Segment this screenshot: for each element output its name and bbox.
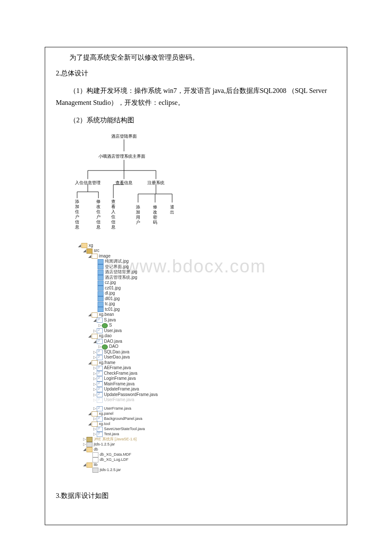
tree-item[interactable]: 纯黑调试.jpg	[77, 259, 347, 264]
tree-item[interactable]: 酒店管理系统.jpg	[77, 275, 347, 280]
tree-item[interactable]: ▷UserFrame.java	[77, 406, 347, 411]
tree-item[interactable]: ▷DAO	[77, 344, 347, 350]
image-icon	[98, 307, 104, 312]
tree-label: DAO.java	[104, 339, 122, 344]
tree-item[interactable]: ▷CheckFrame.java	[77, 371, 347, 376]
tree-item[interactable]: ▷UpdatePasswordFrame.java	[77, 392, 347, 398]
tree-item[interactable]: ◢S.java	[77, 318, 347, 323]
image-icon	[98, 264, 104, 269]
tree-label: db_XG_Data.MDF	[100, 452, 131, 457]
tree-label: jtds-1.2.5.jar	[100, 468, 121, 472]
diagram-leaf-view-checkin: 查看入住信息	[111, 199, 116, 230]
tree-pkg-dao[interactable]: ◢xg.dao	[77, 333, 347, 339]
tree-item[interactable]: db_XG_Data.MDF	[77, 452, 347, 457]
diagram-leaf-edit-resident: 修改住户信息	[96, 199, 101, 230]
tree-label: dl.jpg	[105, 291, 115, 296]
tree-item[interactable]: ▷Test.java	[77, 432, 347, 437]
tree-label: cz.jpg	[105, 280, 116, 286]
tree-item[interactable]: jtds-1.2.5.jar	[77, 468, 347, 473]
image-icon	[98, 286, 104, 291]
tree-item[interactable]: dl.jpg	[77, 291, 347, 296]
java-file-icon	[97, 382, 103, 387]
tree-item[interactable]: tc.jpg	[77, 301, 347, 307]
java-file-icon	[97, 328, 103, 333]
tree-item[interactable]: dl01.jpg	[77, 296, 347, 302]
java-file-icon	[97, 432, 103, 437]
image-icon	[98, 291, 104, 296]
tree-item[interactable]: ▷MainFrame.java	[77, 382, 347, 387]
tree-item[interactable]: tc01.jpg	[77, 307, 347, 312]
tree-item[interactable]: 酒店登陆背景.jpg	[77, 269, 347, 275]
package-icon	[92, 312, 98, 318]
tree-label: 登记界面.jpg	[105, 264, 129, 270]
tree-jre[interactable]: ▷JRE 系统库 [JavaSE-1.6]	[77, 437, 347, 442]
tree-item[interactable]: 登记界面.jpg	[77, 264, 347, 270]
diagram-branch-view: 查看信息	[115, 180, 133, 186]
tree-label: S	[109, 323, 112, 328]
java-file-icon	[97, 318, 103, 323]
tree-pkg-bean[interactable]: ◢xg.bean	[77, 312, 347, 318]
jar-icon	[92, 468, 98, 473]
tree-label: db_XG_Log.LDF	[100, 457, 129, 462]
image-icon	[98, 259, 104, 264]
tree-pkg-tool[interactable]: ◢xg.tool	[77, 422, 347, 427]
tree-label: xg.tool	[99, 422, 110, 426]
tree-item[interactable]: ▷BackgroundPanel.java	[77, 416, 347, 422]
diagram-leaf-edit-password: 修改密码	[153, 205, 158, 225]
tree-item[interactable]: ▷SQLDao.java	[77, 350, 347, 355]
class-icon	[102, 323, 108, 328]
tree-label: DAO	[109, 344, 118, 350]
tree-label: xg.panel	[99, 411, 113, 416]
java-file-icon	[97, 350, 103, 355]
tree-jar[interactable]: ▷jtds-1.2.5.jar	[77, 442, 347, 447]
java-file-icon	[97, 366, 103, 371]
tree-label: dl01.jpg	[105, 296, 120, 302]
tree-src[interactable]: ◢src	[77, 248, 347, 254]
tree-pkg-image[interactable]: ◢image	[77, 254, 347, 259]
tree-label: xg.frame	[99, 360, 115, 366]
tree-label: Test.java	[104, 432, 119, 436]
tree-item[interactable]: ▷LoginFrame.java	[77, 376, 347, 382]
tree-label: JRE 系统库 [JavaSE-1.6]	[94, 437, 137, 442]
tree-item[interactable]: ▷UserDao.java	[77, 355, 347, 360]
tree-label: tc01.jpg	[105, 307, 120, 312]
tree-item[interactable]: ▷UpdateFrame.java	[77, 387, 347, 392]
tree-item[interactable]: ▷AEFrame.java	[77, 365, 347, 371]
tree-item[interactable]: db_XG_Log.LDF	[77, 457, 347, 462]
tree-item[interactable]: ◢DAO.java	[77, 339, 347, 344]
tree-label: UserFrame.java	[104, 397, 134, 403]
java-file-icon	[97, 392, 103, 397]
tree-item[interactable]: cz01.jpg	[77, 286, 347, 291]
image-icon	[98, 275, 104, 280]
source-folder-icon	[86, 249, 92, 254]
tree-label: LoginFrame.java	[104, 376, 135, 382]
tree-label: xg.bean	[99, 312, 114, 318]
diagram-leaf-add-user: 添加用户	[135, 205, 141, 225]
project-tree: ◢xg ◢src ◢image 纯黑调试.jpg 登记界面.jpg 酒店登陆背景…	[77, 243, 347, 473]
tree-item[interactable]: ▷SaveUserStateTool.java	[77, 427, 347, 432]
tree-db[interactable]: ◢db	[77, 447, 347, 452]
tree-label: cz01.jpg	[105, 286, 121, 291]
paragraph-overall-design: 2.总体设计	[45, 67, 347, 79]
tree-pkg-frame[interactable]: ◢xg.frame	[77, 360, 347, 366]
image-icon	[98, 280, 104, 286]
package-icon	[92, 422, 98, 427]
tree-label: CheckFrame.java	[104, 371, 137, 376]
diagram-branch-checkin: 入住信息管理	[75, 180, 101, 186]
tree-pkg-panel[interactable]: ◢xg.panel	[77, 411, 347, 416]
tree-item[interactable]: ▷User.java	[77, 328, 347, 334]
diagram-node-main: 小哦酒店管理系统主界面	[98, 153, 145, 159]
tree-item[interactable]: ▷S	[77, 323, 347, 328]
tree-label: xg	[89, 243, 93, 249]
tree-label: BackgroundPanel.java	[104, 416, 142, 421]
tree-item-dim[interactable]: ▷UserFrame.java	[77, 397, 347, 403]
folder-icon	[86, 462, 92, 468]
paragraph-security: 为了提高系统安全新可以修改管理员密码。	[45, 52, 347, 63]
tree-lib[interactable]: ◢lib	[77, 462, 347, 468]
java-file-icon	[97, 339, 103, 344]
tree-label: tc.jpg	[105, 301, 115, 307]
java-file-icon	[97, 355, 103, 360]
java-file-icon	[97, 406, 103, 411]
tree-project[interactable]: ◢xg	[77, 243, 347, 249]
tree-item[interactable]: cz.jpg	[77, 280, 347, 286]
